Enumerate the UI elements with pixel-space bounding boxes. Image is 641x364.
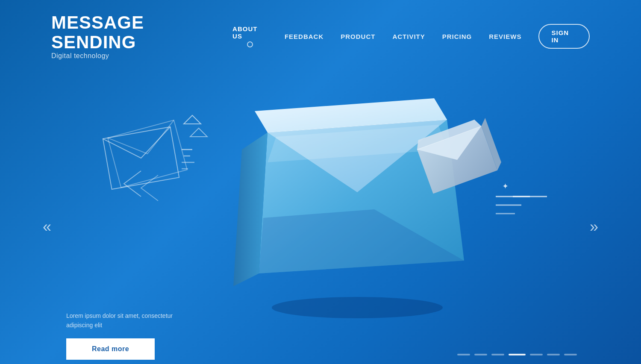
page-dot-6[interactable]: [547, 354, 560, 355]
page-dot-4[interactable]: [509, 354, 526, 355]
nav-activity[interactable]: ACTIVITY: [392, 33, 425, 40]
read-more-button[interactable]: Read more: [66, 338, 155, 360]
svg-point-8: [272, 297, 443, 318]
hero-description: Lorem ipsum dolor sit amet, consectetur …: [66, 311, 173, 330]
nav-feedback[interactable]: FEEDBACK: [285, 33, 323, 40]
page-dot-7[interactable]: [564, 354, 577, 355]
logo-subtitle: Digital technology: [51, 52, 232, 60]
page-dot-2[interactable]: [474, 354, 487, 355]
logo: MESSAGE SENDING Digital technology: [51, 13, 232, 60]
nav-about-us[interactable]: ABOUT US: [232, 25, 268, 47]
sparkle-decoration: ✦: [502, 182, 509, 191]
pagination-dots: [457, 354, 577, 355]
main-content: « »: [0, 73, 641, 364]
nav-product[interactable]: PRODUCT: [341, 33, 375, 40]
page-dot-3[interactable]: [491, 354, 504, 355]
prev-arrow[interactable]: «: [43, 218, 51, 236]
logo-title: MESSAGE SENDING: [51, 13, 232, 52]
nav-reviews[interactable]: REVIEWS: [489, 33, 521, 40]
page-dot-1[interactable]: [457, 354, 470, 355]
nav-pricing[interactable]: PRICING: [442, 33, 472, 40]
page-dot-5[interactable]: [530, 354, 543, 355]
envelope-illustration: [191, 64, 532, 329]
decorative-lines: [496, 192, 547, 228]
header: MESSAGE SENDING Digital technology ABOUT…: [0, 0, 641, 73]
sign-in-button[interactable]: SIGN IN: [538, 24, 590, 49]
navigation: ABOUT US FEEDBACK PRODUCT ACTIVITY PRICI…: [232, 24, 590, 49]
next-arrow[interactable]: »: [590, 218, 598, 236]
